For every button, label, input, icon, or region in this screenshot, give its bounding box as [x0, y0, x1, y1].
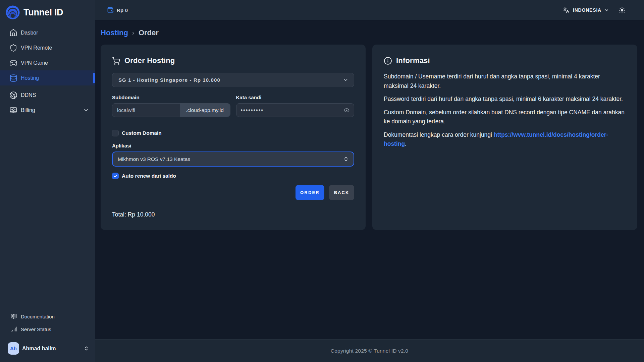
language-selector[interactable]: INDONESIA	[563, 7, 609, 13]
application-select-value: Mikhmon v3 ROS v7.13 Keatas	[118, 156, 190, 162]
chevron-down-icon	[343, 77, 348, 83]
subdomain-field: Subdomain .cloud-app.my.id	[112, 95, 230, 117]
order-card-title: Order Hosting	[124, 56, 175, 65]
sidebar-item-label: Dasbor	[21, 30, 38, 36]
sidebar-item-label: VPN Game	[21, 60, 48, 66]
sidebar-item-server-status[interactable]: Server Status	[0, 323, 95, 336]
plan-select-value: SG 1 - Hosting Singapore - Rp 10.000	[118, 77, 220, 83]
check-icon	[113, 174, 118, 178]
chevron-down-icon	[604, 8, 609, 13]
user-menu[interactable]: Ah Ahmad halim	[0, 342, 95, 362]
password-label: Kata sandi	[236, 95, 355, 100]
sidebar-item-label: DDNS	[21, 92, 36, 98]
order-button[interactable]: ORDER	[296, 185, 324, 200]
eye-icon	[344, 107, 350, 113]
avatar: Ah	[8, 342, 19, 355]
balance-button[interactable]: Rp 0	[107, 7, 128, 13]
sidebar-item-label: Documentation	[21, 314, 55, 319]
back-button[interactable]: BACK	[329, 185, 354, 200]
chevrons-up-down-icon	[84, 346, 89, 351]
order-card-header: Order Hosting	[112, 56, 354, 65]
sidebar-item-label: Server Status	[21, 326, 51, 332]
sidebar-item-dasbor[interactable]: Dasbor	[0, 25, 95, 40]
chevron-right-icon	[131, 31, 136, 36]
password-field: Kata sandi	[236, 95, 355, 117]
custom-domain-label: Custom Domain	[122, 130, 162, 136]
sidebar-nav: Dasbor VPN Remote VPN Game Hosting	[0, 25, 95, 118]
main-content: Hosting Order Order Hosting SG 1 - Hosti…	[95, 20, 644, 339]
balance-amount: Rp 0	[117, 7, 128, 13]
sidebar-item-hosting[interactable]: Hosting	[0, 70, 95, 85]
book-open-icon	[11, 313, 17, 319]
banknote-icon	[9, 106, 17, 114]
info-card-header: Informasi	[384, 56, 626, 65]
info-paragraph-docs: Dokumentasi lengkap cara order kunjungi …	[384, 130, 626, 149]
sidebar: Tunnel ID Dasbor VPN Remote VPN Game	[0, 0, 95, 362]
sidebar-item-ddns[interactable]: DDNS	[0, 87, 95, 103]
breadcrumb-current: Order	[139, 28, 159, 37]
language-label: INDONESIA	[573, 7, 601, 13]
subdomain-input-group: .cloud-app.my.id	[112, 103, 230, 117]
shield-icon	[9, 44, 17, 52]
doc-line-suffix: .	[405, 140, 407, 147]
plan-select[interactable]: SG 1 - Hosting Singapore - Rp 10.000	[112, 73, 354, 87]
info-paragraph: Subdomain / Username terdiri dari huruf …	[384, 72, 626, 90]
subdomain-input[interactable]	[112, 104, 180, 117]
sidebar-item-label: VPN Remote	[21, 45, 52, 51]
info-paragraph: Password terdiri dari huruf dan angka ta…	[384, 95, 626, 104]
application-label: Aplikasi	[112, 143, 354, 148]
brand-name: Tunnel ID	[23, 7, 63, 18]
sidebar-item-label: Hosting	[21, 75, 39, 81]
home-icon	[9, 29, 17, 37]
order-actions: ORDER BACK	[112, 185, 354, 200]
sidebar-item-vpn-game[interactable]: VPN Game	[0, 55, 95, 70]
password-input-group	[236, 103, 355, 117]
informasi-card: Informasi Subdomain / Username terdiri d…	[372, 45, 637, 230]
shopping-cart-icon	[112, 57, 120, 65]
active-indicator	[93, 73, 95, 83]
application-select[interactable]: Mikhmon v3 ROS v7.13 Keatas	[112, 152, 354, 167]
sidebar-item-documentation[interactable]: Documentation	[0, 310, 95, 323]
auto-renew-checkbox[interactable]	[112, 173, 119, 179]
auto-renew-label: Auto renew dari saldo	[122, 173, 176, 179]
password-input[interactable]	[236, 104, 354, 117]
topbar: Rp 0 INDONESIA	[95, 0, 644, 20]
sidebar-bottom: Documentation Server Status Ah Ahmad hal…	[0, 310, 95, 362]
info-paragraph: Custom Domain, sebelum order silahkan bu…	[384, 108, 626, 126]
info-card-title: Informasi	[396, 56, 430, 65]
info-icon	[384, 57, 392, 65]
order-hosting-card: Order Hosting SG 1 - Hosting Singapore -…	[101, 45, 366, 230]
languages-icon	[563, 7, 570, 13]
user-name: Ahmad halim	[22, 346, 56, 352]
chevron-down-icon	[83, 107, 89, 113]
topbar-right: INDONESIA	[563, 7, 626, 14]
sidebar-item-label: Billing	[21, 107, 35, 113]
breadcrumb-hosting-link[interactable]: Hosting	[101, 28, 128, 37]
toggle-password-visibility-button[interactable]	[344, 107, 350, 113]
doc-line-prefix: Dokumentasi lengkap cara order kunjungi	[384, 131, 494, 138]
sidebar-item-billing[interactable]: Billing	[0, 103, 95, 118]
sidebar-item-vpn-remote[interactable]: VPN Remote	[0, 40, 95, 55]
custom-domain-checkbox[interactable]	[112, 130, 119, 136]
wallet-icon	[107, 7, 114, 13]
custom-domain-checkbox-row[interactable]: Custom Domain	[112, 130, 354, 136]
info-body: Subdomain / Username terdiri dari huruf …	[384, 72, 626, 149]
signal-bars-icon	[11, 326, 17, 332]
brand[interactable]: Tunnel ID	[0, 0, 95, 24]
theme-toggle-sun-icon[interactable]	[619, 7, 626, 14]
subdomain-suffix: .cloud-app.my.id	[180, 104, 230, 117]
breadcrumb: Hosting Order	[101, 28, 637, 37]
database-icon	[9, 74, 17, 82]
auto-renew-checkbox-row[interactable]: Auto renew dari saldo	[112, 173, 354, 179]
subdomain-label: Subdomain	[112, 95, 230, 100]
footer: Copyright 2025 © Tunnel ID v2.0	[95, 339, 644, 362]
tunnel-id-logo-icon	[6, 5, 20, 19]
chevrons-up-down-icon	[343, 156, 349, 162]
gamepad-icon	[9, 59, 17, 67]
copyright-text: Copyright 2025 © Tunnel ID v2.0	[331, 348, 408, 354]
total-price: Total: Rp 10.000	[112, 211, 354, 218]
globe-icon	[9, 91, 17, 99]
